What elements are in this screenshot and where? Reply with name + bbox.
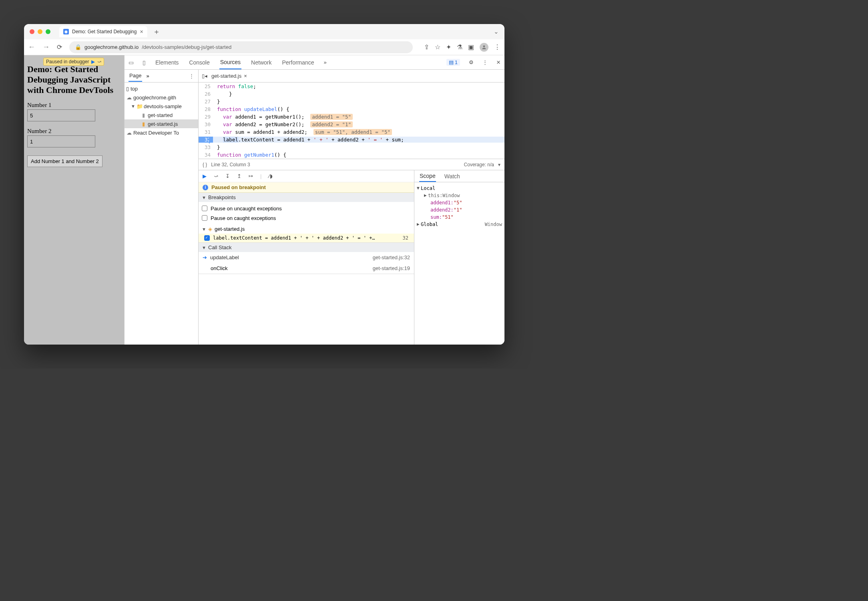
paused-overlay-label: Paused in debugger xyxy=(46,59,89,65)
toolbar: ← → ⟳ 🔒 googlechrome.github.io/devtools-… xyxy=(24,39,504,55)
tab-scope[interactable]: Scope xyxy=(419,171,436,182)
reload-button[interactable]: ⟳ xyxy=(57,43,62,51)
devtools: ▭ ▯ Elements Console Sources Network Per… xyxy=(124,55,504,345)
profile-avatar[interactable] xyxy=(480,43,488,52)
tab-title: Demo: Get Started Debugging xyxy=(72,29,137,34)
callstack-frame-0[interactable]: ➔updateLabelget-started.js:32 xyxy=(199,252,414,263)
pretty-print-icon[interactable]: { } xyxy=(203,162,207,167)
close-tab-icon[interactable]: × xyxy=(140,28,143,35)
kebab-icon[interactable]: ⋮ xyxy=(482,59,488,65)
scope-global[interactable]: ▶GlobalWindow xyxy=(417,221,502,228)
minimize-window-button[interactable] xyxy=(38,29,42,34)
pause-uncaught-checkbox[interactable]: Pause on uncaught exceptions xyxy=(202,204,411,213)
code-editor[interactable]: 25return false; 26 } 27} 28function upda… xyxy=(199,83,504,159)
scope-addend1: addend1: "5" xyxy=(417,199,502,206)
tree-extension[interactable]: ☁ React Developer To xyxy=(125,128,198,137)
tab-elements[interactable]: Elements xyxy=(155,56,179,69)
page-title: Demo: Get Started Debugging JavaScript w… xyxy=(27,64,121,95)
input-number2[interactable] xyxy=(27,135,95,147)
extensions-icon[interactable]: ✦ xyxy=(446,43,451,51)
close-window-button[interactable] xyxy=(30,29,34,34)
overlay-step-icon[interactable]: ⤻ xyxy=(97,59,101,65)
editor-statusbar: { } Line 32, Column 3 Coverage: n/a ▾ xyxy=(199,159,504,170)
labs-icon[interactable]: ⚗ xyxy=(457,43,462,51)
open-file-tab[interactable]: get-started.js × xyxy=(211,73,247,79)
info-icon: i xyxy=(203,185,208,190)
step-out-icon[interactable]: ↥ xyxy=(237,173,241,179)
browser-tab[interactable]: ◉ Demo: Get Started Debugging × xyxy=(59,26,147,37)
tree-file-html[interactable]: ▮ get-started xyxy=(125,111,198,119)
url-host: googlechrome.github.io xyxy=(84,44,139,50)
toggle-navigator-icon[interactable]: ▯◂ xyxy=(202,73,207,79)
callstack-frame-1[interactable]: onClickget-started.js:19 xyxy=(199,263,414,274)
tab-performance[interactable]: Performance xyxy=(281,56,315,69)
breakpoints-section: ▼Breakpoints Pause on uncaught exception… xyxy=(199,193,414,243)
browser-window: ◉ Demo: Get Started Debugging × ＋ ⌄ ← → … xyxy=(24,24,504,345)
svg-point-0 xyxy=(483,45,485,47)
bookmark-icon[interactable]: ☆ xyxy=(435,43,440,51)
menu-icon[interactable]: ⋮ xyxy=(494,43,500,51)
devtools-tabbar: ▭ ▯ Elements Console Sources Network Per… xyxy=(125,55,504,70)
label-number1: Number 1 xyxy=(27,102,121,109)
tree-origin[interactable]: ☁ googlechrome.gith xyxy=(125,93,198,102)
tree-top[interactable]: ▯ top xyxy=(125,84,198,93)
step-icon[interactable]: ↦ xyxy=(249,173,253,179)
scope-panel: Scope Watch ▼Local ▶this: Window addend1… xyxy=(414,170,504,345)
editor-debugger: ▯◂ get-started.js × 25return false; 26 }… xyxy=(199,70,504,345)
address-bar[interactable]: 🔒 googlechrome.github.io/devtools-sample… xyxy=(69,41,413,53)
issues-badge[interactable]: ▤ 1 xyxy=(446,59,460,66)
scope-this[interactable]: ▶this: Window xyxy=(417,192,502,199)
share-icon[interactable]: ⇪ xyxy=(424,43,429,51)
breakpoints-header[interactable]: ▼Breakpoints xyxy=(199,193,414,202)
breakpoint-file[interactable]: ▼◈ get-started.js xyxy=(199,224,414,234)
rendered-page: Paused in debugger ▶ ⤻ Demo: Get Started… xyxy=(24,55,124,345)
forward-button[interactable]: → xyxy=(42,43,50,51)
debugger-left: ▶ ⤻ ↧ ↥ ↦ | ⁄◗ i Paused on breakpoint xyxy=(199,170,414,345)
back-button[interactable]: ← xyxy=(28,43,35,51)
close-file-icon[interactable]: × xyxy=(244,73,247,79)
inspect-icon[interactable]: ▭ xyxy=(129,59,134,66)
callstack-header[interactable]: ▼Call Stack xyxy=(199,243,414,252)
deactivate-bp-icon[interactable]: ⁄◗ xyxy=(269,173,272,179)
device-icon[interactable]: ▯ xyxy=(143,59,146,66)
maximize-window-button[interactable] xyxy=(46,29,50,34)
navigator-menu-icon[interactable]: ⋮ xyxy=(189,73,194,79)
callstack-section: ▼Call Stack ➔updateLabelget-started.js:3… xyxy=(199,243,414,274)
coverage-dropdown-icon[interactable]: ▾ xyxy=(498,162,500,167)
tabs-overflow-icon[interactable]: ⌄ xyxy=(494,28,499,35)
add-button[interactable]: Add Number 1 and Number 2 xyxy=(27,155,102,167)
tab-console[interactable]: Console xyxy=(188,56,210,69)
tabs-more-icon[interactable]: » xyxy=(324,59,327,65)
file-tree: ▯ top ☁ googlechrome.gith ▼📁 devtools-sa… xyxy=(125,83,198,139)
panel-icon[interactable]: ▣ xyxy=(468,43,474,51)
breakpoint-line[interactable]: label.textContent = addend1 + ' + ' + ad… xyxy=(199,234,414,242)
settings-icon[interactable]: ⚙ xyxy=(469,59,474,65)
overlay-resume-icon[interactable]: ▶ xyxy=(91,59,95,65)
titlebar: ◉ Demo: Get Started Debugging × ＋ ⌄ xyxy=(24,24,504,39)
scope-addend2: addend2: "1" xyxy=(417,206,502,214)
navigator-tab-page[interactable]: Page xyxy=(129,70,142,82)
tab-watch[interactable]: Watch xyxy=(444,171,460,182)
input-number1[interactable] xyxy=(27,109,95,121)
url-path: /devtools-samples/debug-js/get-started xyxy=(142,44,231,50)
current-execution-line: 32 label.textContent = addend1 + ' + ' +… xyxy=(199,136,504,143)
paused-overlay: Paused in debugger ▶ ⤻ xyxy=(43,58,104,66)
paused-banner: i Paused on breakpoint xyxy=(199,182,414,193)
tree-folder[interactable]: ▼📁 devtools-sample xyxy=(125,102,198,111)
label-number2: Number 2 xyxy=(27,128,121,135)
pause-caught-checkbox[interactable]: Pause on caught exceptions xyxy=(202,213,411,223)
navigator-more-icon[interactable]: » xyxy=(146,73,149,79)
tree-file-js[interactable]: ▮ get-started.js xyxy=(125,119,198,128)
tab-network[interactable]: Network xyxy=(250,56,272,69)
resume-icon[interactable]: ▶ xyxy=(203,173,207,179)
tab-sources[interactable]: Sources xyxy=(219,56,241,69)
cursor-position: Line 32, Column 3 xyxy=(211,162,250,167)
scope-local[interactable]: ▼Local xyxy=(417,185,502,192)
step-over-icon[interactable]: ⤻ xyxy=(214,173,218,179)
close-devtools-icon[interactable]: × xyxy=(496,58,500,67)
coverage-label: Coverage: n/a xyxy=(464,162,494,167)
new-tab-button[interactable]: ＋ xyxy=(151,27,162,36)
scope-sum: sum: "51" xyxy=(417,214,502,221)
navigator-panel: Page » ⋮ ▯ top ☁ googlechrome.gith ▼📁 de… xyxy=(125,70,199,345)
step-into-icon[interactable]: ↧ xyxy=(225,173,230,179)
